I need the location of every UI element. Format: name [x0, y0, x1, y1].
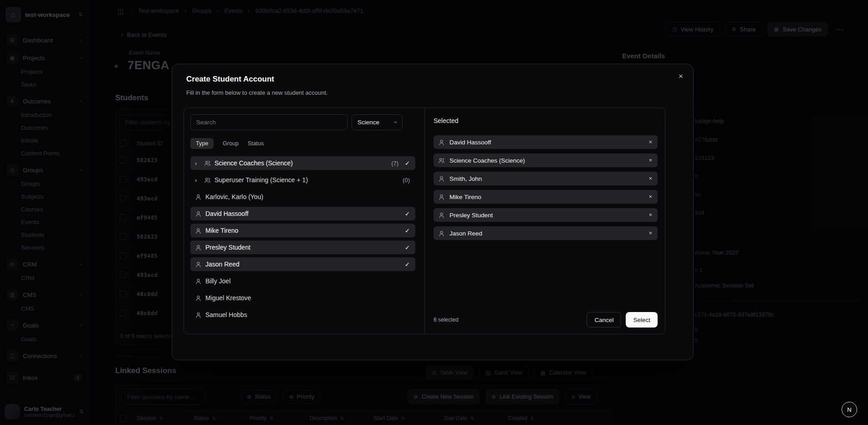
selected-count: 6 selected: [434, 317, 587, 323]
picker-row[interactable]: David Hassooff ✓: [190, 207, 415, 220]
selected-item-label: David Hassooff: [449, 139, 491, 146]
picker-row-label: Science Coaches (Science): [214, 159, 293, 167]
users-icon: [204, 177, 211, 184]
selected-item: David Hassooff ×: [434, 135, 658, 149]
picker-row[interactable]: Mike Tireno ✓: [190, 224, 415, 237]
remove-icon[interactable]: ×: [649, 230, 652, 236]
filter-chip[interactable]: Type: [190, 138, 214, 149]
remove-icon[interactable]: ×: [649, 139, 652, 145]
selected-item-label: Science Coaches (Science): [449, 157, 525, 164]
user-icon: [195, 194, 202, 200]
subject-filter-select[interactable]: Science ›: [352, 114, 403, 130]
users-icon: [438, 157, 445, 164]
filter-chip[interactable]: Status: [248, 138, 264, 149]
picker-row-label: Billy Joel: [205, 277, 230, 285]
selected-item: Smith, John ×: [434, 172, 658, 185]
select-button[interactable]: Select: [626, 312, 658, 328]
selected-item-label: Jason Reed: [449, 230, 482, 237]
selected-item-label: Smith, John: [449, 175, 482, 182]
chevron-down-icon: ›: [392, 121, 399, 123]
selected-list: David Hassooff × Science Coaches (Scienc…: [434, 135, 658, 240]
user-icon: [195, 227, 202, 234]
picker-row[interactable]: Miguel Krestove: [190, 291, 415, 305]
search-input[interactable]: [190, 114, 347, 130]
picker-row[interactable]: › Science Coaches (Science) (7) ✓: [190, 156, 415, 170]
member-count: (7): [391, 160, 398, 167]
filter-chips: Type Group Status: [190, 138, 415, 149]
remove-icon[interactable]: ×: [649, 157, 652, 164]
user-icon: [195, 244, 202, 251]
app-screen: ⌂ test-workspace ⇅ ⊞ Dashboard › ▣ Proje…: [0, 0, 868, 425]
check-icon: ✓: [405, 244, 410, 251]
remove-icon[interactable]: ×: [649, 175, 652, 182]
user-icon: [195, 312, 202, 318]
picker-row-label: David Hassooff: [205, 210, 249, 217]
selected-item-label: Presley Student: [449, 212, 493, 219]
user-icon: [438, 139, 445, 146]
picker-list-pane: Science › Type Group Status: [184, 108, 425, 334]
selected-heading: Selected: [434, 117, 658, 124]
picker-row-label: Samuel Hobbs: [205, 311, 247, 318]
dialog-footer: 6 selected Cancel Select: [434, 312, 658, 328]
user-icon: [195, 261, 202, 268]
selected-item-label: Mike Tireno: [449, 194, 481, 200]
user-icon: [438, 212, 445, 219]
picker-row-label: Karlovic, Karlo (You): [205, 193, 263, 200]
create-student-account-dialog: Create Student Account Fill in the form …: [172, 64, 694, 360]
selected-item: Jason Reed ×: [434, 226, 658, 240]
picker-row[interactable]: Karlovic, Karlo (You): [190, 190, 415, 204]
picker-row[interactable]: Presley Student ✓: [190, 241, 415, 254]
selected-item: Mike Tireno ×: [434, 190, 658, 204]
picker-row-label: Jason Reed: [205, 261, 240, 268]
picker-row-label: Superuser Training (Science + 1): [214, 176, 308, 184]
selected-item: Science Coaches (Science) ×: [434, 154, 658, 167]
user-icon: [438, 175, 445, 182]
user-icon: [438, 194, 445, 200]
picker-row[interactable]: Samuel Hobbs: [190, 308, 415, 322]
selected-item: Presley Student ×: [434, 208, 658, 222]
picker-row[interactable]: Jason Reed ✓: [190, 257, 415, 271]
chevron-right-icon[interactable]: ›: [195, 177, 200, 184]
close-icon[interactable]: ×: [679, 72, 683, 81]
selected-pane: Selected David Hassooff ×: [425, 108, 665, 334]
check-icon: ✓: [405, 160, 410, 167]
check-icon: ✓: [405, 210, 410, 217]
cancel-button[interactable]: Cancel: [587, 312, 621, 328]
user-icon: [195, 210, 202, 217]
picker-row-label: Mike Tireno: [205, 227, 238, 234]
picker-row[interactable]: › Superuser Training (Science + 1) (0): [190, 173, 415, 187]
user-icon: [195, 278, 202, 285]
filter-chip[interactable]: Group: [223, 138, 239, 149]
picker-row-label: Presley Student: [205, 244, 250, 251]
chevron-right-icon[interactable]: ›: [195, 160, 200, 167]
dialog-title: Create Student Account: [186, 75, 274, 84]
picker-row[interactable]: Billy Joel: [190, 274, 415, 288]
users-icon: [204, 160, 211, 167]
notification-fab[interactable]: N: [842, 402, 857, 417]
remove-icon[interactable]: ×: [649, 194, 652, 200]
check-icon: ✓: [405, 261, 410, 268]
member-count: (0): [403, 177, 410, 184]
member-picker: Science › Type Group Status: [184, 108, 665, 334]
picker-row-label: Miguel Krestove: [205, 294, 251, 302]
user-icon: [195, 295, 202, 302]
check-icon: ✓: [405, 227, 410, 234]
remove-icon[interactable]: ×: [649, 212, 652, 218]
user-icon: [438, 230, 445, 237]
dialog-subtitle: Fill in the form below to create a new s…: [186, 89, 328, 96]
picker-list: › Science Coaches (Science) (7) ✓: [190, 156, 415, 322]
